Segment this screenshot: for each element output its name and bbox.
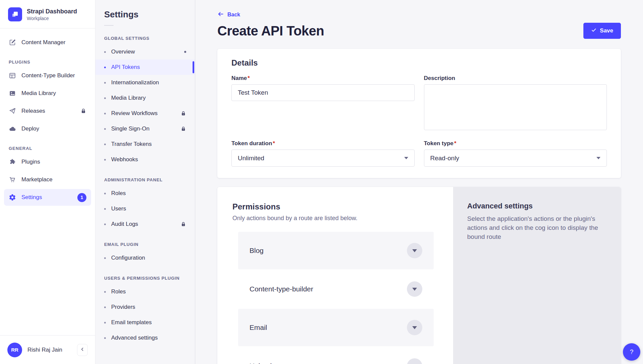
accordion-toggle-button[interactable] (407, 281, 422, 297)
nav-item-label: Content Manager (21, 39, 65, 46)
subnav-item-providers[interactable]: Providers (95, 299, 195, 315)
nav-item-media-library[interactable]: Media Library (4, 85, 91, 102)
duration-field-group: Token duration* Unlimited (231, 140, 415, 167)
type-field-group: Token type* Read-only (424, 140, 607, 167)
subnav-item-up-roles[interactable]: Roles (95, 284, 195, 299)
accordion-toggle-button[interactable] (407, 320, 422, 335)
subnav-item-overview[interactable]: Overview (95, 44, 195, 60)
token-duration-select[interactable]: Unlimited (231, 150, 415, 167)
lock-icon (181, 111, 186, 116)
subnav-item-transfer-tokens[interactable]: Transfer Tokens (95, 136, 195, 152)
subnav-item-email-templates[interactable]: Email templates (95, 315, 195, 330)
token-type-label-text: Token type (424, 140, 453, 147)
subnav-item-users[interactable]: Users (95, 201, 195, 216)
back-label: Back (227, 12, 240, 18)
subnav-item-admin-roles[interactable]: Roles (95, 186, 195, 201)
group-email-plugin: EMAIL PLUGIN (95, 242, 195, 247)
token-duration-label-text: Token duration (231, 140, 272, 147)
required-asterisk: * (247, 75, 250, 81)
workspace-subtitle: Workplace (27, 16, 77, 21)
bullet-dot (104, 159, 106, 161)
nav-item-label: Settings (21, 194, 42, 201)
nav-section-plugins: PLUGINS (4, 60, 91, 65)
token-type-label: Token type* (424, 140, 607, 147)
subnav-item-configuration[interactable]: Configuration (95, 250, 195, 266)
subnav-item-audit-logs[interactable]: Audit Logs (95, 216, 195, 232)
permissions-heading: Permissions (231, 202, 446, 211)
subnav-item-internationalization[interactable]: Internationalization (95, 75, 195, 90)
subnav-item-advanced-settings[interactable]: Advanced settings (95, 330, 195, 346)
bullet-dot (104, 223, 106, 225)
subnav-item-single-sign-on[interactable]: Single Sign-On (95, 121, 195, 136)
permissions-section: Permissions Only actions bound by a rout… (217, 187, 621, 364)
lock-icon (181, 126, 186, 132)
user-name: Rishi Raj Jain (27, 347, 62, 353)
help-button[interactable]: ? (623, 343, 640, 361)
nav-item-label: Marketplace (21, 176, 53, 183)
accordion-content-type-builder[interactable]: Content-type-builder (238, 270, 434, 308)
accordion-upload[interactable]: Upload (238, 347, 434, 364)
subnav-item-media-library[interactable]: Media Library (95, 90, 195, 106)
layout-grid-icon (9, 72, 16, 79)
nav-item-label: Plugins (21, 159, 40, 165)
nav-item-marketplace[interactable]: Marketplace (4, 171, 91, 188)
accordion-label: Content-type-builder (249, 285, 313, 293)
nav-item-releases[interactable]: Releases (4, 103, 91, 119)
cart-icon (9, 176, 16, 183)
subnav-item-webhooks[interactable]: Webhooks (95, 152, 195, 167)
back-link[interactable]: Back (217, 11, 240, 19)
nav-item-content-manager[interactable]: Content Manager (4, 34, 91, 51)
subnav-item-review-workflows[interactable]: Review Workflows (95, 106, 195, 121)
chevron-down-icon (404, 157, 408, 159)
subnav-item-label: Configuration (111, 255, 145, 261)
permissions-subheading: Only actions bound by a route are listed… (231, 215, 446, 222)
token-duration-value: Unlimited (238, 155, 264, 162)
token-type-select[interactable]: Read-only (424, 150, 607, 167)
group-users-permissions-plugin: USERS & PERMISSIONS PLUGIN (95, 276, 195, 281)
details-card: Details Name* Description Token duration… (217, 49, 621, 178)
required-asterisk: * (273, 140, 275, 147)
subnav-item-label: Overview (111, 49, 135, 55)
nav-item-plugins[interactable]: Plugins (4, 154, 91, 170)
lock-icon (80, 108, 86, 114)
accordion-toggle-button[interactable] (407, 358, 422, 364)
puzzle-icon (9, 158, 16, 166)
required-asterisk: * (454, 140, 456, 147)
bullet-dot (104, 82, 106, 84)
nav-item-content-type-builder[interactable]: Content-Type Builder (4, 67, 91, 84)
collapse-sidebar-button[interactable] (77, 344, 88, 356)
subnav-item-label: Webhooks (111, 156, 138, 163)
picture-icon (9, 90, 16, 97)
chevron-left-icon (80, 347, 85, 353)
accordion-label: Blog (249, 247, 264, 255)
subnav-item-label: Email templates (111, 319, 152, 326)
accordion-email[interactable]: Email (238, 309, 434, 346)
bullet-dot (104, 291, 106, 293)
workspace-brand[interactable]: Strapi Dashboard Workplace (0, 0, 95, 28)
bullet-dot (104, 113, 106, 114)
nav-item-deploy[interactable]: Deploy (4, 120, 91, 137)
nav-item-settings[interactable]: Settings 1 (4, 189, 91, 206)
permissions-panel: Permissions Only actions bound by a rout… (217, 187, 453, 364)
bullet-dot (104, 193, 106, 194)
name-input[interactable] (231, 84, 415, 101)
nav-item-label: Deploy (21, 125, 39, 132)
avatar[interactable]: RR (7, 343, 22, 357)
chevron-down-icon (412, 288, 417, 291)
save-button[interactable]: Save (583, 23, 621, 39)
question-mark-icon: ? (630, 348, 634, 356)
subnav-item-label: Transfer Tokens (111, 141, 152, 148)
accordion-blog[interactable]: Blog (238, 232, 434, 269)
back-arrow-icon (217, 11, 224, 19)
description-textarea[interactable] (424, 84, 607, 130)
subnav-item-label: Media Library (111, 95, 146, 101)
accordion-label: Upload (249, 362, 272, 364)
nav-list: Content Manager PLUGINS Content-Type Bui… (0, 28, 95, 206)
app-root: Strapi Dashboard Workplace Content Manag… (0, 0, 643, 364)
user-section: RR Rishi Raj Jain (0, 335, 95, 364)
description-field-group: Description (424, 75, 607, 131)
accordion-toggle-button[interactable] (407, 243, 422, 258)
bullet-dot (104, 306, 106, 308)
subnav-item-api-tokens[interactable]: API Tokens (95, 60, 195, 75)
bullet-dot (104, 128, 106, 130)
